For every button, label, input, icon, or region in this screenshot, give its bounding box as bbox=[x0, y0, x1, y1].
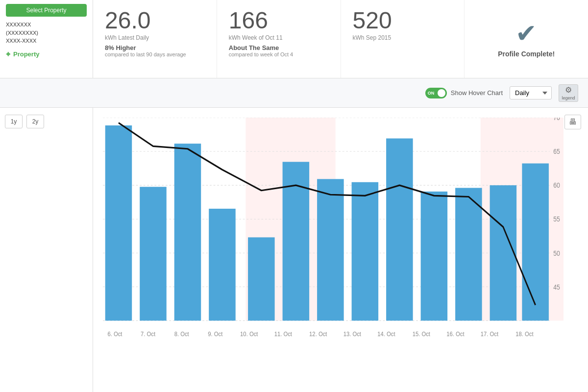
x-label-13oct: 13. Oct bbox=[343, 331, 362, 338]
profile-label: Profile Complete! bbox=[498, 50, 555, 58]
interval-dropdown[interactable]: Daily Weekly Monthly bbox=[510, 86, 552, 99]
bar-10oct[interactable] bbox=[248, 237, 275, 320]
stat-monthly-unit: kWh Sep 2015 bbox=[353, 34, 453, 41]
bar-7oct[interactable] bbox=[140, 187, 167, 320]
y-label-45: 45 bbox=[553, 283, 560, 291]
sidebar-address: Select Property XXXXXXX (XXXXXXXX) XXXX-… bbox=[0, 0, 93, 78]
bar-14oct[interactable] bbox=[386, 139, 413, 321]
address-line2: (XXXXXXXX) bbox=[6, 29, 87, 37]
stat-monthly: 520 kWh Sep 2015 bbox=[341, 0, 465, 78]
stat-daily-unit: kWh Latest Daily bbox=[105, 34, 205, 41]
stat-weekly-comparison-sub: compared to week of Oct 4 bbox=[229, 51, 329, 57]
address-block: XXXXXXX (XXXXXXXX) XXXX-XXXX bbox=[6, 21, 87, 45]
range-buttons: 1y 2y bbox=[5, 115, 88, 128]
stat-weekly: 166 kWh Week of Oct 11 About The Same co… bbox=[217, 0, 341, 78]
stat-weekly-number: 166 bbox=[229, 9, 329, 32]
toggle-group: ON Show Hover Chart bbox=[425, 88, 503, 98]
y-label-55: 55 bbox=[553, 216, 560, 223]
x-label-6oct: 6. Oct bbox=[107, 331, 122, 338]
stat-weekly-comparison: About The Same bbox=[229, 44, 329, 51]
range-1y-button[interactable]: 1y bbox=[5, 115, 23, 128]
y-label-60: 60 bbox=[553, 182, 560, 190]
x-label-12oct: 12. Oct bbox=[309, 331, 327, 338]
legend-label: legend bbox=[562, 96, 575, 100]
x-label-10oct: 10. Oct bbox=[240, 331, 258, 338]
chart-main: 🖶 70 65 60 55 50 45 bbox=[93, 108, 588, 392]
stat-daily-comparison-sub: compared to last 90 days average bbox=[105, 51, 205, 57]
y-label-65: 65 bbox=[553, 148, 560, 156]
bar-13oct[interactable] bbox=[352, 182, 379, 321]
chart-svg: 70 65 60 55 50 45 bbox=[103, 118, 564, 368]
x-label-17oct: 17. Oct bbox=[481, 331, 499, 338]
toggle-thumb bbox=[438, 89, 445, 97]
stat-daily: 26.0 kWh Latest Daily 8% Higher compared… bbox=[93, 0, 217, 78]
x-label-8oct: 8. Oct bbox=[174, 331, 190, 338]
bar-16oct[interactable] bbox=[455, 188, 482, 320]
x-label-16oct: 16. Oct bbox=[446, 331, 465, 338]
y-label-50: 50 bbox=[553, 249, 560, 257]
bar-6oct[interactable] bbox=[105, 125, 132, 320]
checkmark-icon: ✔ bbox=[515, 21, 537, 46]
chart-controls-bar: ON Show Hover Chart Daily Weekly Monthly… bbox=[0, 78, 588, 108]
x-label-9oct: 9. Oct bbox=[208, 331, 223, 338]
x-label-11oct: 11. Oct bbox=[274, 331, 293, 338]
stat-weekly-unit: kWh Week of Oct 11 bbox=[229, 34, 329, 41]
toggle-on-label: ON bbox=[428, 91, 435, 96]
hover-chart-toggle[interactable]: ON bbox=[425, 88, 447, 98]
x-label-15oct: 15. Oct bbox=[413, 331, 431, 338]
bar-18oct[interactable] bbox=[522, 164, 549, 321]
y-label-70: 70 bbox=[553, 118, 560, 122]
x-label-18oct: 18. Oct bbox=[515, 331, 534, 338]
range-2y-button[interactable]: 2y bbox=[26, 115, 44, 128]
pin-icon: ⌖ bbox=[6, 50, 10, 59]
x-label-14oct: 14. Oct bbox=[377, 331, 395, 338]
stat-daily-comparison: 8% Higher bbox=[105, 44, 205, 51]
profile-block: ✔ Profile Complete! bbox=[465, 0, 588, 78]
address-line1: XXXXXXX bbox=[6, 21, 87, 29]
toggle-label: Show Hover Chart bbox=[451, 89, 503, 97]
address-line3: XXXX-XXXX bbox=[6, 37, 87, 45]
stat-daily-number: 26.0 bbox=[105, 9, 205, 32]
select-property-button[interactable]: Select Property bbox=[6, 4, 87, 17]
legend-button[interactable]: ⚙ legend bbox=[559, 84, 578, 102]
bar-9oct[interactable] bbox=[209, 209, 236, 320]
gear-icon: ⚙ bbox=[565, 85, 572, 95]
stat-monthly-number: 520 bbox=[353, 9, 453, 32]
bar-17oct[interactable] bbox=[490, 185, 517, 320]
bar-8oct[interactable] bbox=[174, 144, 201, 320]
print-button[interactable]: 🖶 bbox=[564, 115, 581, 129]
property-label: ⌖ Property bbox=[6, 50, 87, 59]
x-label-7oct: 7. Oct bbox=[141, 331, 156, 338]
bar-12oct[interactable] bbox=[317, 179, 344, 320]
chart-sidebar: 1y 2y bbox=[0, 108, 93, 392]
bar-15oct[interactable] bbox=[421, 192, 448, 321]
